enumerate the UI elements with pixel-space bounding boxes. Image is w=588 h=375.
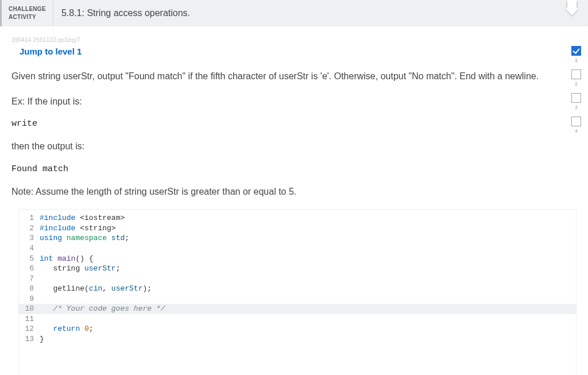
code-line[interactable]: 11: [19, 314, 576, 324]
code-text: /* Your code goes here */: [40, 304, 576, 314]
code-text: #include <string>: [40, 223, 576, 234]
code-line[interactable]: 7: [19, 274, 576, 284]
activity-title: 5.8.1: String access operations.: [53, 0, 190, 26]
line-number: 3: [19, 233, 40, 243]
line-number: 8: [19, 284, 40, 294]
page-root: CHALLENGE ACTIVITY 5.8.1: String access …: [0, 0, 588, 375]
code-text: #include <iostream>: [40, 213, 576, 223]
line-number: 1: [19, 213, 40, 223]
code-line[interactable]: 2#include <string>: [19, 223, 576, 234]
jump-to-level-link[interactable]: Jump to level 1: [20, 47, 82, 56]
line-number: 13: [19, 334, 40, 345]
code-text: return 0;: [40, 324, 576, 334]
progress-step-number: 3: [575, 105, 578, 110]
level-progress: 1234: [571, 46, 581, 138]
code-line[interactable]: 13}: [19, 334, 576, 345]
progress-step[interactable]: [571, 69, 581, 79]
code-line[interactable]: 12 return 0;: [19, 324, 576, 334]
progress-step[interactable]: [571, 93, 581, 103]
progress-step-number: 1: [575, 57, 578, 63]
code-line[interactable]: 9: [19, 294, 576, 304]
code-text: [40, 243, 576, 254]
then-label: then the output is:: [11, 139, 577, 154]
example-input: write: [11, 119, 577, 129]
code-line[interactable]: 6 string userStr;: [19, 264, 576, 274]
code-text: }: [40, 334, 576, 345]
activity-content: 390414.2561122.qx3zqy7 Jump to level 1 G…: [0, 26, 588, 375]
note-text: Note: Assume the length of string userSt…: [11, 184, 577, 199]
code-text: getline(cin, userStr);: [40, 284, 576, 294]
collapse-toggle[interactable]: [566, 0, 588, 26]
line-number: 2: [19, 223, 40, 234]
example-label: Ex: If the input is:: [11, 94, 577, 109]
code-line[interactable]: 10 /* Your code goes here */: [19, 304, 576, 314]
code-text: [40, 314, 576, 324]
badge-line2: ACTIVITY: [9, 13, 46, 21]
activity-badge: CHALLENGE ACTIVITY: [2, 0, 53, 26]
example-output: Found match: [11, 164, 577, 174]
progress-step[interactable]: [571, 46, 581, 56]
line-number: 12: [19, 324, 40, 334]
line-number: 4: [19, 243, 40, 254]
line-number: 6: [19, 264, 40, 274]
progress-step[interactable]: [571, 117, 581, 126]
activity-header: CHALLENGE ACTIVITY 5.8.1: String access …: [0, 0, 588, 26]
progress-step-number: 2: [575, 81, 578, 87]
code-line[interactable]: 1#include <iostream>: [19, 213, 576, 223]
progress-step-number: 4: [575, 128, 578, 134]
code-text: int main() {: [40, 254, 576, 264]
line-number: 7: [19, 274, 40, 284]
code-line[interactable]: 8 getline(cin, userStr);: [19, 284, 576, 294]
code-line[interactable]: 4: [19, 243, 576, 254]
code-text: using namespace std;: [40, 233, 576, 243]
prompt-text: Given string userStr, output "Found matc…: [11, 69, 577, 84]
problem-statement: Given string userStr, output "Found matc…: [11, 69, 577, 199]
line-number: 5: [19, 254, 40, 264]
chevron-down-icon: [566, 1, 578, 9]
badge-line1: CHALLENGE: [9, 5, 46, 13]
reference-id: 390414.2561122.qx3zqy7: [11, 37, 577, 43]
line-number: 10: [19, 304, 40, 314]
code-line[interactable]: 3using namespace std;: [19, 233, 576, 243]
line-number: 9: [19, 294, 40, 304]
line-number: 11: [19, 314, 40, 324]
code-text: [40, 274, 576, 284]
code-text: [40, 294, 576, 304]
code-editor[interactable]: 1#include <iostream>2#include <string>3u…: [18, 209, 577, 375]
code-line[interactable]: 5int main() {: [19, 254, 576, 264]
code-text: string userStr;: [40, 264, 576, 274]
